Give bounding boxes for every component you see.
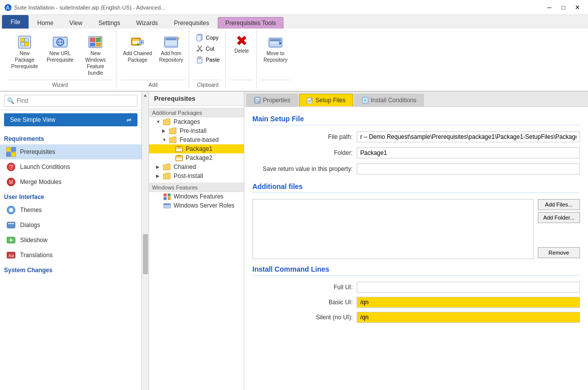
new-url-button[interactable]: + New URLPrerequisite <box>44 33 76 65</box>
add-from-repository-button[interactable]: ▼ Add fromRepository <box>157 33 186 65</box>
sidebar-scrollbar[interactable]: ▲ ▼ <box>142 92 149 390</box>
paste-button[interactable]: Paste <box>193 55 222 65</box>
prerequisites-icon <box>6 147 16 157</box>
windows-server-roles-label: Windows Server Roles <box>172 202 234 209</box>
sidebar-nav: Requirements Prerequisites ? <box>0 129 141 390</box>
tree-item-package1[interactable]: Package1 <box>149 144 244 153</box>
expand-arrow-pre: ▶ <box>162 128 168 133</box>
svg-rect-69 <box>168 197 171 200</box>
user-interface-header: User Interface <box>0 189 141 203</box>
move-to-repository-button[interactable]: Move toRepository <box>261 33 290 65</box>
tab-prerequisites[interactable]: Prerequisites <box>167 17 217 29</box>
silent-ui-label: Silent (no UI): <box>252 314 353 321</box>
file-path-input[interactable] <box>357 131 580 142</box>
tab-view[interactable]: View <box>62 17 90 29</box>
sidebar-item-merge-modules[interactable]: M Merge Modules <box>0 174 141 189</box>
title-bar-controls: ─ □ ✕ <box>543 3 584 13</box>
svg-rect-28 <box>166 43 177 45</box>
svg-rect-31 <box>197 35 201 41</box>
tab-prerequisites-tools[interactable]: Prerequisites Tools <box>218 17 283 29</box>
silent-ui-input[interactable] <box>357 312 580 323</box>
package2-icon <box>175 154 183 161</box>
tree-item-package2[interactable]: Package2 <box>149 153 244 162</box>
tab-settings[interactable]: Settings <box>91 17 127 29</box>
svg-point-51 <box>9 208 13 212</box>
basic-ui-input[interactable] <box>357 297 580 308</box>
setup-files-tab-label: Setup Files <box>316 97 346 104</box>
tree-content: Additional Packages ▼ Packages ▶ Pre-ins… <box>149 106 244 390</box>
search-wrapper: 🔍 <box>4 95 137 107</box>
tab-install-conditions[interactable]: ≡ Install Conditions <box>354 94 424 106</box>
folder-input[interactable] <box>357 147 580 158</box>
sidebar-item-dialogs[interactable]: Dialogs <box>0 218 141 233</box>
tab-properties[interactable]: Properties <box>246 94 298 106</box>
svg-rect-37 <box>198 57 201 59</box>
new-windows-feature-button[interactable]: + New WindowsFeature bundle <box>78 33 113 78</box>
silent-ui-row: Silent (no UI): <box>252 312 580 323</box>
svg-rect-26 <box>166 38 177 40</box>
svg-rect-73 <box>255 98 259 99</box>
sidebar-item-translations[interactable]: Aa Translations <box>0 248 141 263</box>
svg-rect-5 <box>21 42 25 46</box>
minimize-button[interactable]: ─ <box>543 3 556 13</box>
new-prerequisite-button[interactable]: ⭐ New PackagePrerequisite <box>7 33 42 71</box>
delete-label: Delete <box>234 48 249 54</box>
add-chained-package-button[interactable]: + + Add ChainedPackage <box>120 33 155 65</box>
move-group-label <box>261 80 290 89</box>
main-setup-file-title: Main Setup File <box>252 115 580 125</box>
svg-rect-53 <box>8 223 14 224</box>
install-conditions-tab-label: Install Conditions <box>371 97 416 104</box>
tab-file[interactable]: File <box>2 15 29 29</box>
close-button[interactable]: ✕ <box>571 3 584 13</box>
copy-button[interactable]: Copy <box>193 33 222 43</box>
tab-wizards[interactable]: Wizards <box>129 17 166 29</box>
svg-rect-75 <box>255 102 258 102</box>
tree-item-packages[interactable]: ▼ Packages <box>149 117 244 126</box>
tree-item-post-install[interactable]: ▶ Post-install <box>149 171 244 180</box>
new-url-label: New URLPrerequisite <box>47 50 73 63</box>
content-tabs: Properties Setup Files ≡ Install Conditi… <box>244 92 588 107</box>
merge-modules-label: Merge Modules <box>20 178 62 185</box>
tab-home[interactable]: Home <box>30 17 61 29</box>
cut-button[interactable]: Cut <box>193 44 222 54</box>
tree-section-windows: Windows Features <box>149 182 244 192</box>
save-return-input[interactable] <box>357 163 580 174</box>
spacer <box>538 225 580 245</box>
full-ui-input[interactable] <box>357 282 580 293</box>
properties-tab-label: Properties <box>263 97 290 104</box>
scroll-thumb[interactable] <box>143 234 148 274</box>
sidebar-item-slideshow[interactable]: Slideshow <box>0 233 141 248</box>
ribbon-group-move: Move toRepository <box>258 31 293 89</box>
tree-item-windows-server-roles[interactable]: Windows Server Roles <box>149 201 244 210</box>
sidebar-item-prerequisites[interactable]: Prerequisites <box>0 144 141 159</box>
tree-item-pre-install[interactable]: ▶ Pre-install <box>149 126 244 135</box>
tree-item-feature-based[interactable]: ▼ Feature-based <box>149 135 244 144</box>
sidebar-item-launch-conditions[interactable]: ? Launch Conditions <box>0 159 141 174</box>
view-toggle-label: See Simple View <box>10 116 56 123</box>
svg-point-34 <box>197 50 199 52</box>
move-items: Move toRepository <box>261 31 290 78</box>
svg-rect-21 <box>132 39 139 41</box>
new-prerequisite-icon: ⭐ <box>17 34 33 50</box>
tree-item-chained[interactable]: ▶ Chained <box>149 162 244 171</box>
cut-label: Cut <box>206 46 214 52</box>
svg-rect-17 <box>96 43 101 47</box>
tab-setup-files[interactable]: Setup Files <box>299 94 353 106</box>
view-toggle-button[interactable]: See Simple View ⇌ <box>4 113 137 126</box>
maximize-button[interactable]: □ <box>557 3 570 13</box>
delete-button[interactable]: ✖ Delete <box>230 33 253 55</box>
add-files-button[interactable]: Add Files... <box>538 199 580 210</box>
search-input[interactable] <box>4 95 137 107</box>
install-command-lines-title: Install Command Lines <box>252 265 580 276</box>
tree-panel: Prerequisites Additional Packages ▼ Pack… <box>149 92 244 390</box>
merge-modules-icon: M <box>6 177 16 187</box>
scroll-up-arrow[interactable]: ▲ <box>143 93 148 98</box>
svg-rect-45 <box>12 152 16 156</box>
themes-label: Themes <box>20 207 42 214</box>
tree-item-windows-features[interactable]: Windows Features <box>149 192 244 201</box>
remove-button[interactable]: Remove <box>538 247 580 258</box>
svg-text:+: + <box>64 35 67 39</box>
svg-rect-6 <box>25 42 29 46</box>
sidebar-item-themes[interactable]: Themes <box>0 203 141 218</box>
add-folder-button[interactable]: Add Folder... <box>538 212 580 223</box>
